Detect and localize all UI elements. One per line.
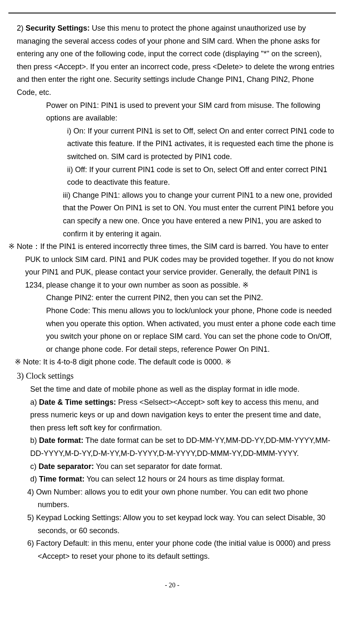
sub-a-label: a) bbox=[30, 398, 39, 406]
sub-d-text: You can select 12 hours or 24 hours as t… bbox=[85, 475, 285, 483]
sub-c-text: You can set separator for date format. bbox=[94, 462, 222, 471]
top-rule bbox=[8, 13, 336, 13]
phone-code: Phone Code: This menu allows you to lock… bbox=[46, 304, 336, 356]
sub-iii-label: iii) bbox=[63, 191, 73, 199]
sub-c-label: c) bbox=[30, 462, 39, 471]
item-3-label: 3) bbox=[17, 371, 26, 380]
sub-d: d) Time format: You can select 12 hours … bbox=[30, 473, 336, 486]
item-2-security: 2) Security Settings: Use this menu to p… bbox=[17, 22, 336, 99]
sub-b-label: b) bbox=[30, 436, 39, 445]
item-3-title: Clock settings bbox=[26, 371, 74, 380]
item-2-text: Use this menu to protect the phone again… bbox=[17, 24, 334, 97]
sub-iii: iii) Change PIN1: allows you to change y… bbox=[63, 189, 336, 240]
sub-i: i) On: If your current PIN1 is set to Of… bbox=[67, 125, 336, 163]
sub-a-bold: Date & Time settings: bbox=[39, 398, 116, 406]
item-5-keypad: 5) Keypad Locking Settings: Allow you to… bbox=[17, 511, 336, 537]
item-2-label: 2) bbox=[17, 24, 26, 32]
sub-ii-label: ii) bbox=[67, 165, 75, 174]
sub-d-label: d) bbox=[30, 475, 39, 483]
item-3-clock: 3) Clock settings bbox=[17, 369, 336, 383]
page-number: - 20 - bbox=[8, 579, 336, 591]
item-4-own-number: 4) Own Number: allows you to edit your o… bbox=[17, 486, 336, 511]
item-2-bold: Security Settings: bbox=[26, 24, 90, 32]
poweron-pin1: Power on PIN1: PIN1 is used to prevent y… bbox=[46, 99, 336, 125]
sub-c-bold: Date separator: bbox=[39, 462, 94, 471]
sub-a: a) Date & Time settings: Press <Selsect>… bbox=[30, 396, 336, 435]
sub-iii-text: Change PIN1: allows you to change your c… bbox=[63, 191, 333, 238]
sub-b-bold: Date format: bbox=[39, 436, 83, 445]
sub-b: b) Date format: The date format can be s… bbox=[30, 434, 336, 460]
sub-c: c) Date separator: You can set separator… bbox=[30, 460, 336, 473]
sub-i-label: i) bbox=[67, 127, 73, 135]
item-3-intro: Set the time and date of mobile phone as… bbox=[30, 383, 336, 396]
change-pin2: Change PIN2: enter the current PIN2, the… bbox=[46, 291, 336, 304]
sub-i-text: On: If your current PIN1 is set to Off, … bbox=[67, 127, 334, 161]
note-pin1: ※ Note：If the PIN1 is entered incorrectl… bbox=[8, 240, 336, 291]
note-phone-code: ※ Note: It is 4-to-8 digit phone code. T… bbox=[15, 356, 336, 369]
sub-ii-text: Off: If your current PIN1 code is set to… bbox=[67, 165, 327, 187]
sub-d-bold: Time format: bbox=[39, 475, 85, 483]
sub-ii: ii) Off: If your current PIN1 code is se… bbox=[67, 163, 336, 189]
item-6-factory: 6) Factory Default: in this menu, enter … bbox=[17, 537, 336, 563]
